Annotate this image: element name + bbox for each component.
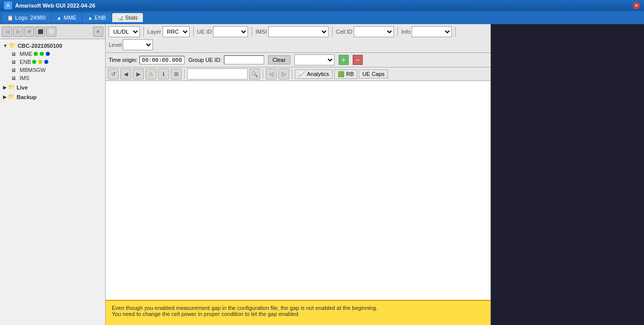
tree-group-live: ▶📁Live (2, 83, 103, 92)
ue-caps-button[interactable]: UE Caps (359, 69, 388, 78)
second-toolbar: Time origin: 00:00:00.000 Group UE ID: C… (106, 53, 491, 67)
filter-left-button[interactable]: ◁ (266, 68, 277, 79)
search-button[interactable]: 🔍 (249, 68, 260, 79)
table-container (106, 81, 491, 300)
prev-button[interactable]: ◀ (120, 68, 131, 79)
sidebar-btn-2[interactable]: ▷ (13, 27, 23, 37)
imsi-select[interactable] (268, 26, 329, 37)
search-input[interactable] (187, 68, 248, 79)
menu-tab-mme[interactable]: ▲MME (52, 13, 82, 22)
tree-children-cbc: 🖥MME🖥ENB🖥MBMSGW🖥IMS (2, 50, 103, 82)
rb-icon: 🟩 (338, 71, 345, 77)
content-area: UL/DL Layer RRC UE ID IMSI (106, 24, 491, 325)
rb-label: RB (346, 71, 354, 77)
ue-caps-label: UE Caps (362, 71, 384, 77)
app-title: Amarisoft Web GUI 2022-04-26 (15, 3, 633, 9)
time-origin-value: 00:00:00.000 (139, 56, 184, 64)
tree-group-cbc: ▼📁CBC-2021050100🖥MME🖥ENB🖥MBMSGW🖥IMS (2, 41, 103, 82)
code-panel (491, 24, 644, 325)
analytics-label: Analytics (307, 71, 329, 77)
group-ue-label: Group UE ID: (189, 57, 222, 63)
cell-id-select[interactable] (354, 26, 394, 37)
info-label: Info (401, 29, 411, 35)
left-sidebar: ◁ ▷ ↺ ⬛ ⬜ ✕ ▼📁CBC-2021050100🖥MME🖥ENB🖥MBM… (0, 24, 106, 325)
layer-select[interactable]: RRC (163, 26, 190, 37)
sidebar-btn-1[interactable]: ◁ (2, 27, 12, 37)
menu-bar: 📋Logs: 24980▲MME▲ENB📊Stats (0, 11, 644, 24)
tree-item-mbmsgw[interactable]: 🖥MBMSGW (10, 66, 103, 74)
table-toolbar: ↺ ◀ ▶ ⚠ ℹ ⊞ 🔍 ◁ ▷ 📈 Analytics 🟩 RB UE Ca… (106, 67, 491, 81)
refresh-button[interactable]: ↺ (108, 68, 119, 79)
top-toolbar: UL/DL Layer RRC UE ID IMSI (106, 24, 491, 53)
info-button[interactable]: ℹ (158, 68, 169, 79)
sidebar-btn-5[interactable]: ⬜ (46, 27, 56, 37)
tree-group-backup: ▶📁Backup (2, 93, 103, 101)
add-group-button[interactable]: + (339, 55, 349, 65)
tree-item-enb[interactable]: 🖥ENB (10, 58, 103, 66)
time-origin-label: Time origin: (109, 57, 137, 63)
rb-button[interactable]: 🟩 RB (334, 69, 357, 79)
layer-label: Layer (147, 29, 162, 35)
clear-select[interactable] (294, 54, 335, 65)
tree-item-ims[interactable]: 🖥IMS (10, 74, 103, 82)
sidebar-btn-4[interactable]: ⬛ (35, 27, 45, 37)
tree-group-header-backup[interactable]: ▶📁Backup (2, 93, 103, 101)
title-bar: A Amarisoft Web GUI 2022-04-26 × (0, 0, 644, 11)
imsi-label: IMSI (256, 29, 267, 35)
close-button[interactable]: × (633, 2, 640, 9)
ul-dl-select[interactable]: UL/DL (109, 26, 140, 37)
grid-button[interactable]: ⊞ (171, 68, 182, 79)
group-ue-input[interactable] (224, 55, 264, 64)
next-button[interactable]: ▶ (133, 68, 144, 79)
level-label: Level (109, 42, 122, 48)
sidebar-close-btn[interactable]: ✕ (93, 27, 103, 37)
menu-tab-logs[interactable]: 📋Logs: 24980 (2, 13, 51, 22)
cell-id-label: Cell ID (336, 29, 353, 35)
ue-id-select[interactable] (213, 26, 248, 37)
filter-right-button[interactable]: ▷ (278, 68, 289, 79)
app-icon: A (4, 2, 12, 10)
sidebar-btn-3[interactable]: ↺ (24, 27, 34, 37)
warning-box: Even though you enabled measurement gap … (106, 300, 491, 325)
analytics-button[interactable]: 📈 Analytics (295, 69, 333, 79)
warning-line2: You need to change the cell power in pro… (112, 311, 485, 317)
menu-tab-stats[interactable]: 📊Stats (112, 13, 143, 22)
tree-group-header-cbc[interactable]: ▼📁CBC-2021050100 (2, 41, 103, 50)
info-select[interactable] (412, 26, 452, 37)
analytics-icon: 📈 (298, 71, 305, 77)
ue-id-label: UE ID (197, 29, 212, 35)
tree-area: ▼📁CBC-2021050100🖥MME🖥ENB🖥MBMSGW🖥IMS▶📁Liv… (0, 39, 105, 325)
clear-button[interactable]: Clear (268, 55, 290, 64)
sidebar-toolbar: ◁ ▷ ↺ ⬛ ⬜ ✕ (0, 24, 105, 39)
remove-group-button[interactable]: − (353, 55, 363, 65)
menu-tab-enb[interactable]: ▲ENB (83, 13, 111, 22)
tree-group-header-live[interactable]: ▶📁Live (2, 83, 103, 92)
warning-line1: Even though you enabled measurement gap … (112, 305, 485, 311)
tree-item-mme[interactable]: 🖥MME (10, 50, 103, 58)
warning-button[interactable]: ⚠ (145, 68, 156, 79)
level-select[interactable] (123, 39, 153, 50)
